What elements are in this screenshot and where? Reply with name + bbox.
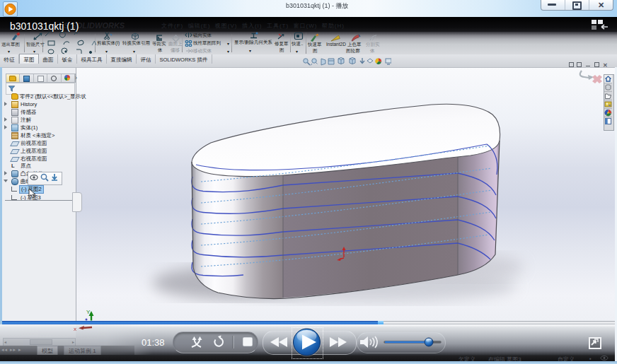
svg-text:x: x	[74, 326, 76, 332]
svg-text:Y: Y	[86, 309, 91, 315]
